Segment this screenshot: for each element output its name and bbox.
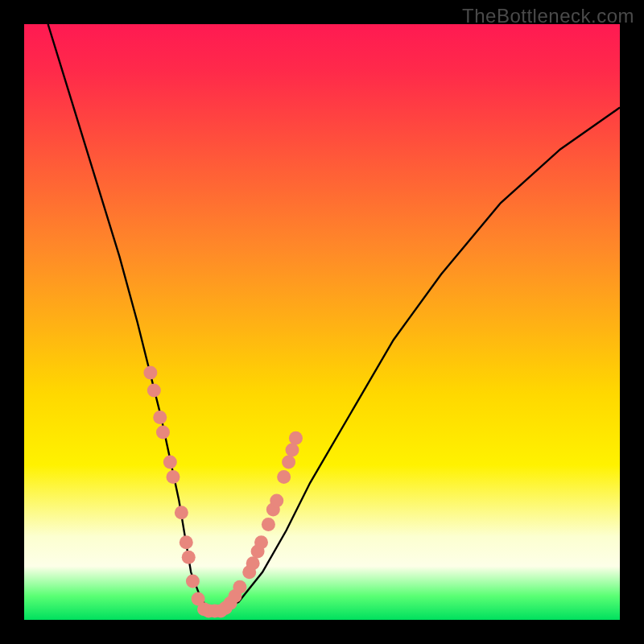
watermark-text: TheBottleneck.com [462, 5, 634, 27]
marker-dot [147, 384, 161, 398]
marker-dot [270, 494, 283, 508]
curve-layer [24, 24, 620, 620]
marker-dot [277, 470, 291, 484]
marker-dot [163, 455, 177, 469]
marker-dot [143, 365, 157, 379]
marker-dot [282, 455, 295, 469]
main-curve [48, 24, 620, 611]
marker-dot [156, 425, 170, 439]
marker-dot [180, 535, 193, 549]
marker-dot [254, 535, 268, 549]
marker-dot [289, 431, 303, 445]
marker-dots-left [143, 365, 227, 617]
chart-stage: TheBottleneck.com [0, 0, 644, 644]
marker-dot [182, 551, 196, 564]
marker-dot [186, 574, 200, 588]
marker-dot [246, 556, 260, 570]
marker-dot [286, 444, 299, 457]
marker-dot [175, 506, 188, 519]
marker-dot [153, 411, 167, 424]
marker-dot [262, 518, 275, 531]
plot-area [24, 24, 620, 620]
marker-dot [167, 470, 180, 484]
marker-dot [233, 580, 246, 594]
